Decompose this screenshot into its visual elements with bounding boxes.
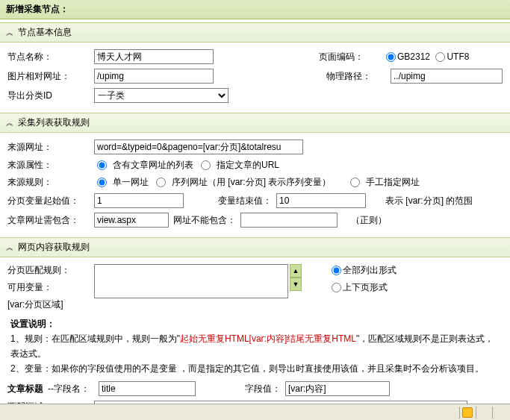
title-tag-label: 文章标题 [7,383,43,395]
chevron-icon: ︽ [6,28,13,38]
encoding-gb2312-radio[interactable] [386,52,396,62]
section-content-rules: 分页匹配规则： 可用变量： [var:分页区域] ▲ ▼ 全部列出形式 上下页形… [0,257,510,420]
page-encoding-label: 页面编码： [319,51,379,63]
section-content-rules-header[interactable]: ︽ 网页内容获取规则 [0,237,510,257]
url-contain-input[interactable] [94,213,169,228]
page-header: 新增采集节点： [0,0,510,19]
export-cat-label: 导出分类ID [7,90,90,102]
source-url-input[interactable] [94,140,303,154]
encoding-utf8-radio[interactable] [435,52,445,62]
page-match-label: 分页匹配规则： [7,264,90,277]
section-title-text: 采集列表获取规则 [18,116,90,129]
page-match-textarea[interactable] [94,264,288,298]
col-all-radio[interactable] [332,266,341,275]
title-field-input[interactable] [99,381,196,396]
down-icon[interactable]: ▼ [290,278,302,291]
up-icon[interactable]: ▲ [290,264,302,278]
status-cell [476,407,491,419]
instructions: 设置说明： 1、规则：在匹配区域规则中，规则一般为"起始无重复HTML[var:… [1,313,509,379]
url-exclude-label: 网址不能包含： [173,214,236,227]
page-title: 新增采集节点： [6,4,69,14]
phys-path-input[interactable] [391,69,503,84]
node-name-label: 节点名称： [7,51,90,63]
status-warning-cell [459,407,474,419]
status-cell [492,407,507,419]
source-attr-list-radio[interactable] [97,160,107,170]
node-name-input[interactable] [94,49,214,64]
col-prevnext-radio[interactable] [332,283,341,292]
url-contain-label: 文章网址需包含： [7,214,90,227]
img-path-label: 图片相对网址： [7,70,90,83]
section-title-text: 网页内容获取规则 [18,241,90,254]
img-path-input[interactable] [94,69,214,84]
usable-var-label: 可用变量： [7,281,90,294]
source-attr-url-radio[interactable] [201,160,211,170]
page-end-label: 变量结束值： [218,195,272,207]
field-val-label: 字段值： [245,383,281,395]
warning-icon [462,407,473,418]
url-exclude-input[interactable] [240,213,338,228]
source-url-label: 来源网址： [7,141,90,154]
section-basic-info-header[interactable]: ︽ 节点基本信息 [0,22,510,43]
field-val-input[interactable] [285,381,390,396]
phys-path-label: 物理路径： [326,70,386,83]
section-list-rules: 来源网址： 来源属性： 含有文章网址的列表 指定文章的URL 来源规则： 单一网… [0,133,510,234]
section-basic-info: 节点名称： 页面编码： GB2312 UTF8 图片相对网址： 物理路径： 导出… [0,43,510,110]
rule-single-radio[interactable] [97,178,107,187]
page-end-input[interactable] [276,193,366,208]
section-title-text: 节点基本信息 [18,26,72,39]
page-start-input[interactable] [94,193,184,208]
page-start-label: 分页变量起始值： [7,195,90,207]
instr-title: 设置说明： [10,316,500,331]
section-list-rules-header[interactable]: ︽ 采集列表获取规则 [0,113,510,133]
source-rule-label: 来源规则： [7,176,90,189]
page-range-hint: 表示 [var:分页] 的范围 [385,195,473,207]
rule-manual-radio[interactable] [350,178,360,187]
regex-hint: （正则） [351,214,387,227]
chevron-icon: ︽ [6,118,13,128]
var-hint: [var:分页区域] [7,298,90,311]
textarea-resize[interactable]: ▲ ▼ [290,264,302,291]
status-bar [0,404,510,420]
chevron-icon: ︽ [6,242,13,253]
source-attr-label: 来源属性： [7,159,90,172]
export-cat-select[interactable]: 一子类 [94,88,228,103]
rule-series-radio[interactable] [156,178,166,187]
